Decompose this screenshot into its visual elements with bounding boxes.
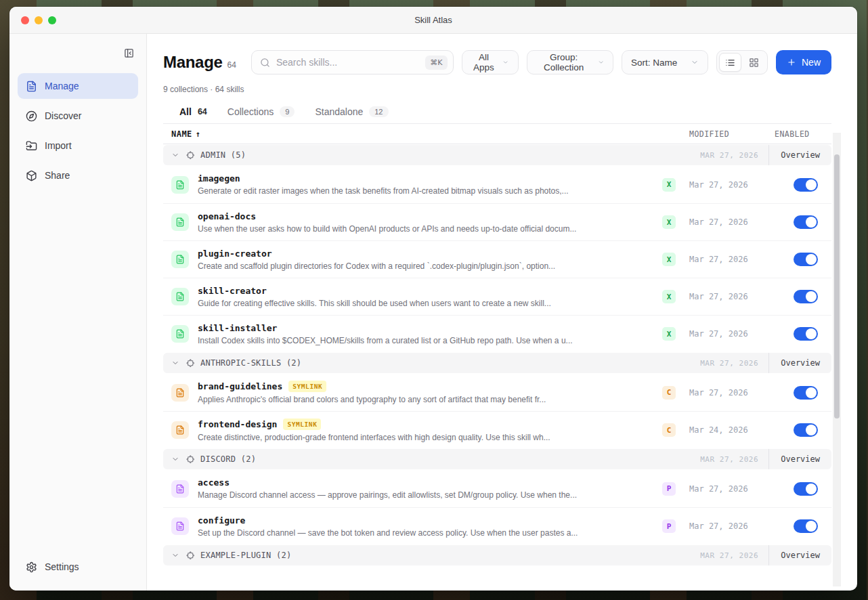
- filter-group: All Apps Group: Collection Sort: Name: [462, 50, 708, 74]
- group-overview-link[interactable]: Overview: [768, 545, 831, 565]
- puzzle-icon: [186, 151, 195, 160]
- sidebar-item-share[interactable]: Share: [18, 163, 138, 188]
- chevron-down-icon[interactable]: [171, 455, 179, 463]
- tab-collections[interactable]: Collections 9: [227, 106, 295, 117]
- skill-name: brand-guidelines: [198, 381, 282, 391]
- group-label: ANTHROPIC-SKILLS (2): [200, 358, 301, 368]
- skill-row-imagegen[interactable]: imagegen Generate or edit raster images …: [163, 166, 831, 203]
- zoom-button[interactable]: [48, 16, 56, 24]
- skill-row-skill-installer[interactable]: skill-installer Install Codex skills int…: [163, 315, 831, 352]
- tab-count-badge: 9: [280, 106, 295, 117]
- filter-label: All Apps: [471, 52, 497, 72]
- app-badge: P: [662, 519, 676, 533]
- search-input[interactable]: [276, 57, 419, 68]
- tab-all[interactable]: All 64: [179, 106, 207, 117]
- filter-label: Sort: Name: [631, 58, 677, 68]
- skill-row-frontend-design[interactable]: frontend-design SYMLINK Create distincti…: [163, 411, 831, 448]
- skill-modified-date: Mar 27, 2026: [682, 255, 766, 264]
- skill-row-plugin-creator[interactable]: plugin-creator Create and scaffold plugi…: [163, 240, 831, 278]
- enabled-toggle[interactable]: [794, 327, 818, 341]
- group-header-anthropic-skills[interactable]: ANTHROPIC-SKILLS (2) MAR 27, 2026 Overvi…: [163, 353, 831, 373]
- chevron-down-icon: [502, 58, 508, 66]
- group-header-example-plugin[interactable]: EXAMPLE-PLUGIN (2) MAR 27, 2026 Overview: [163, 545, 831, 565]
- group-modified-date: MAR 27, 2026: [700, 151, 758, 160]
- gear-icon: [26, 561, 37, 573]
- skill-row-configure[interactable]: configure Set up the Discord channel — s…: [163, 507, 831, 544]
- filter-group-dropdown[interactable]: Group: Collection: [527, 50, 613, 74]
- group-overview-link[interactable]: Overview: [768, 449, 831, 469]
- chevron-down-icon[interactable]: [171, 359, 179, 367]
- skill-row-openai-docs[interactable]: openai-docs Use when the user asks how t…: [163, 203, 831, 240]
- skill-name: plugin-creator: [198, 249, 272, 259]
- group-overview-link[interactable]: Overview: [768, 145, 831, 165]
- skill-name: access: [198, 477, 230, 488]
- file-text-icon: [171, 517, 189, 535]
- tab-label: Collections: [227, 106, 274, 117]
- column-header-name[interactable]: NAME ↑: [171, 129, 653, 139]
- sidebar-item-label: Settings: [45, 561, 79, 572]
- skill-row-brand-guidelines[interactable]: brand-guidelines SYMLINK Applies Anthrop…: [163, 374, 831, 411]
- chevron-down-icon[interactable]: [171, 551, 179, 559]
- skill-modified-date: Mar 27, 2026: [682, 484, 766, 494]
- tab-label: Standalone: [315, 106, 363, 117]
- enabled-toggle[interactable]: [794, 253, 818, 266]
- group-overview-link[interactable]: Overview: [768, 353, 831, 373]
- page-header: Manage 64 ⌘K All Apps Group: Collection …: [163, 50, 831, 74]
- sidebar-footer: Settings: [18, 554, 138, 580]
- skill-row-skill-creator[interactable]: skill-creator Guide for creating effecti…: [163, 278, 831, 315]
- chevron-down-icon[interactable]: [171, 151, 179, 159]
- sidebar-item-settings[interactable]: Settings: [18, 554, 138, 580]
- app-badge: X: [662, 327, 676, 341]
- skill-description: Install Codex skills into $CODEX_HOME/sk…: [198, 336, 653, 345]
- tab-standalone[interactable]: Standalone 12: [315, 106, 388, 117]
- filter-sort-dropdown[interactable]: Sort: Name: [622, 50, 708, 74]
- import-icon: [26, 140, 37, 152]
- sidebar-collapse-button[interactable]: [119, 43, 138, 62]
- search-box[interactable]: ⌘K: [251, 50, 454, 74]
- panel-collapse-icon: [124, 48, 134, 58]
- group-header-discord[interactable]: DISCORD (2) MAR 27, 2026 Overview: [163, 449, 831, 469]
- search-icon: [260, 58, 270, 68]
- file-text-icon: [171, 176, 189, 194]
- page-count: 64: [227, 60, 236, 70]
- skill-description: Use when the user asks how to build with…: [198, 224, 653, 234]
- app-badge: X: [662, 215, 676, 229]
- minimize-button[interactable]: [35, 16, 43, 24]
- filter-apps-dropdown[interactable]: All Apps: [462, 50, 519, 74]
- enabled-toggle[interactable]: [794, 386, 818, 400]
- app-badge: X: [662, 178, 676, 192]
- summary-text: 9 collections · 64 skills: [163, 85, 831, 94]
- skill-description: Manage Discord channel access — approve …: [198, 490, 653, 500]
- list-view-button[interactable]: [719, 53, 741, 72]
- sidebar-item-manage[interactable]: Manage: [18, 73, 138, 99]
- file-text-icon: [171, 213, 189, 231]
- enabled-toggle[interactable]: [794, 423, 818, 437]
- new-button-label: New: [802, 57, 821, 68]
- skill-description: Guide for creating effective skills. Thi…: [198, 299, 653, 308]
- list-icon: [725, 58, 735, 68]
- file-text-icon: [171, 421, 189, 439]
- close-button[interactable]: [21, 16, 29, 24]
- puzzle-icon: [186, 455, 195, 464]
- skill-row-access[interactable]: access Manage Discord channel access — a…: [163, 470, 831, 507]
- scrollbar-thumb[interactable]: [834, 154, 840, 419]
- app-window: Skill Atlas Manage Discover Import Share…: [9, 7, 857, 591]
- sidebar-item-import[interactable]: Import: [18, 133, 138, 158]
- enabled-toggle[interactable]: [794, 290, 818, 303]
- grid-icon: [749, 58, 759, 68]
- symlink-badge: SYMLINK: [283, 419, 321, 430]
- group-modified-date: MAR 27, 2026: [700, 359, 758, 368]
- new-button[interactable]: New: [776, 50, 831, 74]
- sidebar-item-discover[interactable]: Discover: [18, 103, 138, 129]
- enabled-toggle[interactable]: [794, 215, 818, 229]
- enabled-toggle[interactable]: [794, 178, 818, 192]
- enabled-toggle[interactable]: [794, 519, 818, 533]
- scrollbar[interactable]: [833, 133, 841, 586]
- skill-name: frontend-design: [198, 419, 277, 429]
- file-text-icon: [171, 251, 189, 268]
- column-header-enabled[interactable]: ENABLED: [766, 129, 831, 139]
- grid-view-button[interactable]: [743, 53, 765, 72]
- group-header-admin[interactable]: ADMIN (5) MAR 27, 2026 Overview: [163, 145, 831, 165]
- enabled-toggle[interactable]: [794, 482, 818, 496]
- column-header-modified[interactable]: MODIFIED: [682, 129, 766, 139]
